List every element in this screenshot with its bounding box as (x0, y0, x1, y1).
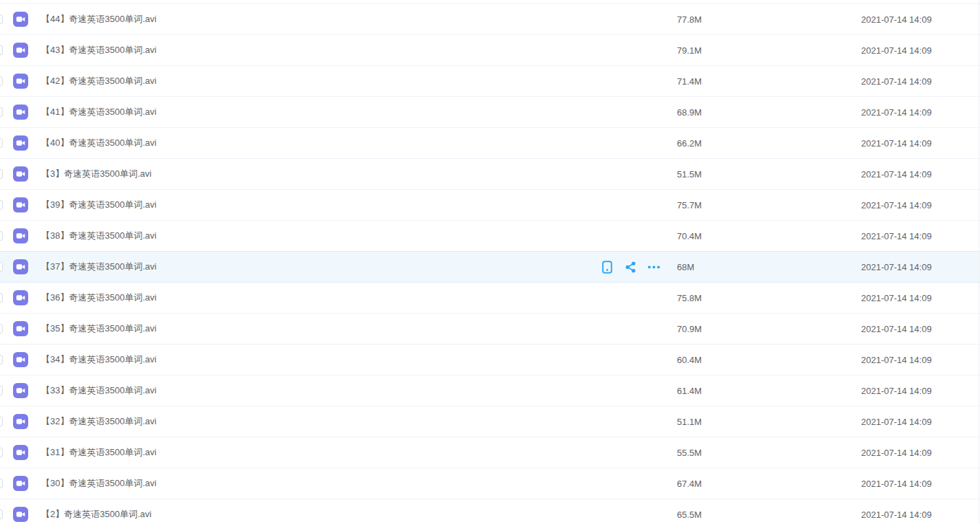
more-actions-icon[interactable] (647, 261, 660, 274)
file-name[interactable]: 【38】奇速英语3500单词.avi (41, 221, 157, 251)
row-checkbox[interactable] (0, 324, 3, 334)
video-camera-glyph (15, 168, 26, 179)
video-file-icon (13, 383, 28, 398)
file-date: 2021-07-14 14:09 (861, 97, 932, 127)
file-row[interactable]: 【42】奇速英语3500单词.avi (0, 66, 980, 97)
row-checkbox[interactable] (0, 76, 3, 86)
file-size: 68.9M (677, 97, 702, 127)
file-date: 2021-07-14 14:09 (861, 221, 932, 251)
file-name[interactable]: 【41】奇速英语3500单词.avi (41, 97, 157, 127)
file-date: 2021-07-14 14:09 (861, 499, 932, 524)
file-date: 2021-07-14 14:09 (861, 252, 932, 282)
row-checkbox[interactable] (0, 355, 3, 364)
video-camera-glyph (15, 107, 26, 118)
video-file-icon (13, 507, 28, 522)
file-name[interactable]: 【32】奇速英语3500单词.avi (41, 406, 157, 437)
file-name[interactable]: 【44】奇速英语3500单词.avi (41, 4, 157, 34)
file-row[interactable]: 【40】奇速英语3500单词.avi (0, 128, 980, 159)
row-checkbox[interactable] (0, 386, 3, 395)
video-file-icon (13, 197, 28, 212)
file-name[interactable]: 【36】奇速英语3500单词.avi (41, 283, 157, 313)
file-name[interactable]: 【40】奇速英语3500单词.avi (41, 128, 157, 158)
file-date: 2021-07-14 14:09 (861, 345, 932, 375)
file-date: 2021-07-14 14:09 (861, 66, 932, 96)
file-row[interactable]: 【38】奇速英语3500单词.avi (0, 221, 980, 252)
row-checkbox[interactable] (0, 417, 3, 426)
file-row[interactable]: 【43】奇速英语3500单词.avi (0, 35, 980, 66)
file-row[interactable]: 【39】奇速英语3500单词.avi (0, 190, 980, 221)
row-checkbox[interactable] (0, 231, 3, 241)
video-file-icon (13, 105, 28, 120)
file-row[interactable]: 【37】奇速英语3500单词.avi (0, 252, 980, 283)
video-camera-glyph (15, 199, 26, 210)
video-file-icon (13, 321, 28, 336)
file-size: 68M (677, 252, 694, 282)
file-size: 61.4M (677, 375, 702, 406)
file-row[interactable]: 【32】奇速英语3500单词.avi (0, 406, 980, 437)
file-date: 2021-07-14 14:09 (861, 128, 932, 158)
file-date: 2021-07-14 14:09 (861, 314, 932, 344)
file-name[interactable]: 【34】奇速英语3500单词.avi (41, 345, 157, 375)
file-name[interactable]: 【35】奇速英语3500单词.avi (41, 314, 157, 344)
file-size: 70.9M (677, 314, 702, 344)
file-name[interactable]: 【30】奇速英语3500单词.avi (41, 468, 157, 499)
video-camera-glyph (15, 76, 26, 87)
video-camera-glyph (15, 45, 26, 56)
row-checkbox[interactable] (0, 14, 3, 24)
file-size: 60.4M (677, 345, 702, 375)
row-checkbox[interactable] (0, 448, 3, 457)
file-list: 【44】奇速英语3500单词.avi (0, 0, 980, 524)
file-date: 2021-07-14 14:09 (861, 375, 932, 406)
video-camera-glyph (15, 14, 26, 25)
file-date: 2021-07-14 14:09 (861, 159, 932, 189)
file-row[interactable]: 【3】奇速英语3500单词.avi (0, 159, 980, 190)
file-name[interactable]: 【3】奇速英语3500单词.avi (41, 159, 151, 189)
video-camera-glyph (15, 230, 26, 241)
row-checkbox[interactable] (0, 138, 3, 148)
save-to-device-icon[interactable] (601, 261, 614, 274)
file-size: 77.8M (677, 4, 702, 34)
file-date: 2021-07-14 14:09 (861, 437, 932, 468)
file-name[interactable]: 【33】奇速英语3500单词.avi (41, 375, 157, 406)
file-name[interactable]: 【2】奇速英语3500单词.avi (41, 499, 151, 524)
video-file-icon (13, 414, 28, 429)
share-icon[interactable] (624, 261, 637, 274)
file-date: 2021-07-14 14:09 (861, 468, 932, 499)
row-checkbox[interactable] (0, 107, 3, 117)
row-checkbox[interactable] (0, 479, 3, 488)
file-size: 51.1M (677, 406, 702, 437)
file-size: 71.4M (677, 66, 702, 96)
video-camera-glyph (15, 416, 26, 427)
video-file-icon (13, 352, 28, 367)
video-file-icon (13, 166, 28, 182)
file-size: 79.1M (677, 35, 702, 65)
file-row[interactable]: 【2】奇速英语3500单词.avi (0, 499, 980, 524)
file-name[interactable]: 【42】奇速英语3500单词.avi (41, 66, 157, 96)
file-row[interactable]: 【44】奇速英语3500单词.avi (0, 4, 980, 35)
video-camera-glyph (15, 478, 26, 489)
file-row[interactable]: 【30】奇速英语3500单词.avi (0, 468, 980, 499)
row-checkbox[interactable] (0, 293, 3, 303)
file-size: 75.8M (677, 283, 702, 313)
row-checkbox[interactable] (0, 200, 3, 210)
video-camera-glyph (15, 323, 26, 334)
file-name[interactable]: 【31】奇速英语3500单词.avi (41, 437, 157, 468)
row-actions (601, 252, 660, 282)
file-row[interactable]: 【35】奇速英语3500单词.avi (0, 314, 980, 345)
file-row[interactable]: 【33】奇速英语3500单词.avi (0, 375, 980, 406)
row-checkbox[interactable] (0, 169, 3, 179)
file-name[interactable]: 【43】奇速英语3500单词.avi (41, 35, 157, 65)
file-row[interactable]: 【31】奇速英语3500单词.avi (0, 437, 980, 468)
file-row[interactable]: 【36】奇速英语3500单词.avi (0, 283, 980, 314)
video-file-icon (13, 290, 28, 305)
file-size: 67.4M (677, 468, 702, 499)
file-row[interactable]: 【41】奇速英语3500单词.avi (0, 97, 980, 128)
right-edge-divider (979, 0, 979, 524)
file-name[interactable]: 【37】奇速英语3500单词.avi (41, 252, 157, 282)
file-name[interactable]: 【39】奇速英语3500单词.avi (41, 190, 157, 220)
row-checkbox[interactable] (0, 262, 3, 272)
video-file-icon (13, 259, 28, 274)
row-checkbox[interactable] (0, 45, 3, 55)
row-checkbox[interactable] (0, 510, 3, 519)
file-row[interactable]: 【34】奇速英语3500单词.avi (0, 345, 980, 375)
